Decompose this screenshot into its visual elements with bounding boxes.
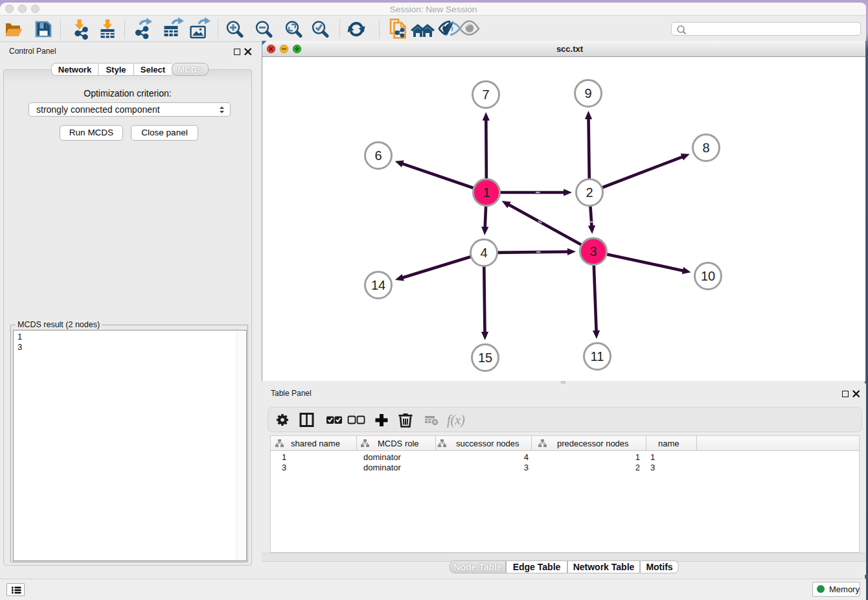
svg-text:14: 14 (371, 278, 385, 292)
svg-text:7: 7 (482, 87, 489, 102)
svg-text:4: 4 (480, 246, 487, 260)
svg-text:2: 2 (586, 185, 593, 200)
svg-text:f(x): f(x) (447, 413, 465, 428)
svg-text:3: 3 (589, 244, 597, 259)
svg-text:8: 8 (702, 141, 709, 155)
svg-text:1: 1 (483, 185, 490, 200)
svg-text:15: 15 (478, 351, 492, 365)
svg-text:6: 6 (374, 148, 382, 163)
svg-text:10: 10 (701, 269, 715, 283)
svg-text:11: 11 (591, 349, 604, 363)
svg-text:9: 9 (584, 86, 591, 100)
